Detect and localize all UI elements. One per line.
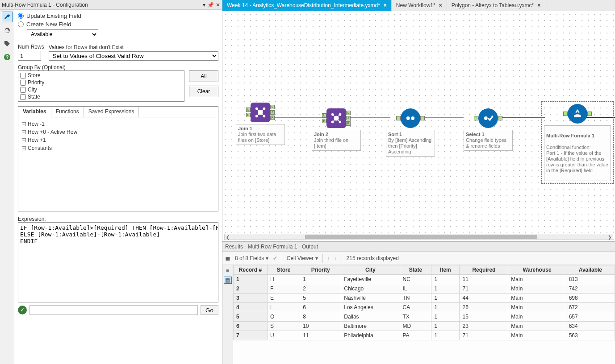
view-rows-icon[interactable]: ≡ bbox=[224, 267, 232, 274]
tool-note: Sort 1 By [Item] Ascending then [Priorit… bbox=[386, 130, 435, 157]
table-cell: Philadelphia bbox=[341, 331, 400, 340]
table-cell: 11 bbox=[460, 275, 508, 284]
document-tabs: Week 14 - Analytics_WarehouseDistributio… bbox=[222, 0, 615, 11]
table-cell: F bbox=[268, 284, 300, 294]
dropdown-icon[interactable]: ▾ bbox=[203, 2, 205, 8]
go-input[interactable] bbox=[29, 305, 198, 315]
group-by-label: Group By (Optional) bbox=[18, 64, 218, 70]
tab-saved-expressions[interactable]: Saved Expressions bbox=[84, 107, 139, 117]
table-cell: 1 bbox=[431, 284, 460, 294]
results-grid[interactable]: Record #StorePriorityCityStateItemRequir… bbox=[233, 265, 615, 364]
group-item-priority[interactable]: Priority bbox=[20, 79, 182, 86]
group-item-city[interactable]: City bbox=[20, 86, 182, 93]
table-row[interactable]: 2F2ChicagoIL171Main742 bbox=[234, 284, 615, 294]
table-cell: U bbox=[268, 331, 300, 340]
table-cell: 1 bbox=[431, 275, 460, 284]
variables-tree[interactable]: +Row -1 +Row +0 - Active Row +Row +1 +Co… bbox=[18, 117, 218, 211]
close-icon[interactable]: × bbox=[384, 2, 387, 8]
table-cell: 5 bbox=[234, 312, 268, 322]
separator bbox=[322, 254, 323, 263]
tool-note: Select 1 Change field types & rename fie… bbox=[464, 130, 513, 151]
group-item-store[interactable]: Store bbox=[20, 72, 182, 79]
group-all-button[interactable]: All bbox=[189, 70, 218, 82]
tab-variables[interactable]: Variables bbox=[18, 107, 51, 117]
doc-tab-week14[interactable]: Week 14 - Analytics_WarehouseDistributio… bbox=[222, 0, 392, 11]
wrench-icon[interactable] bbox=[2, 12, 13, 22]
doc-tab-new-workflow[interactable]: New Workflow1* × bbox=[392, 0, 447, 11]
tab-functions[interactable]: Functions bbox=[51, 107, 84, 117]
close-icon[interactable]: × bbox=[537, 2, 540, 8]
close-icon[interactable]: × bbox=[439, 2, 442, 8]
column-header[interactable]: Required bbox=[460, 265, 508, 275]
values-select[interactable]: Set to Values of Closest Valid Row bbox=[49, 51, 218, 61]
table-row[interactable]: 1H1FayettevilleNC111Main813 bbox=[234, 275, 615, 284]
workflow-canvas[interactable]: LR LJR Join 1 Join first two data files … bbox=[222, 11, 615, 241]
table-cell: 71 bbox=[460, 331, 508, 340]
table-row[interactable]: 6S10BaltimoreMD123Main634 bbox=[234, 322, 615, 331]
column-header[interactable]: Store bbox=[268, 265, 300, 275]
canvas-hscroll[interactable]: ❮ ❯ bbox=[224, 234, 613, 240]
refresh-icon[interactable] bbox=[2, 25, 13, 36]
tree-row-minus1[interactable]: +Row -1 bbox=[22, 120, 214, 128]
column-header[interactable]: Warehouse bbox=[508, 265, 566, 275]
scroll-thumb[interactable] bbox=[305, 235, 537, 239]
doc-tab-polygon[interactable]: Polygon - Alteryx to Tableau.yxmc* × bbox=[447, 0, 546, 11]
group-clear-button[interactable]: Clear bbox=[189, 86, 218, 97]
sort-up-icon[interactable]: ↑ bbox=[327, 255, 330, 261]
svg-point-22 bbox=[484, 116, 488, 120]
num-rows-input[interactable] bbox=[18, 51, 41, 61]
sort-down-icon[interactable]: ↓ bbox=[335, 255, 337, 261]
group-by-list[interactable]: Store Priority City State bbox=[18, 70, 184, 102]
field-select[interactable]: Available bbox=[27, 29, 98, 39]
table-cell: 6 bbox=[300, 303, 341, 312]
help-icon[interactable]: ? bbox=[2, 52, 13, 62]
column-header[interactable]: Record # bbox=[234, 265, 268, 275]
tool-multirow[interactable]: Multi-Row Formula 1 Conditional function… bbox=[544, 104, 611, 181]
table-cell: 2 bbox=[300, 284, 341, 294]
table-cell: O bbox=[268, 312, 300, 322]
scroll-right-icon[interactable]: ❯ bbox=[607, 234, 613, 240]
table-row[interactable]: 7U11PhiladelphiaPA171Main563 bbox=[234, 331, 615, 340]
tool-join2[interactable]: LR LJR Join 2 Join third file on [Item] bbox=[312, 108, 361, 151]
column-header[interactable]: Item bbox=[431, 265, 460, 275]
tool-join1[interactable]: LR LJR Join 1 Join first two data files … bbox=[236, 103, 285, 145]
column-header[interactable]: State bbox=[400, 265, 431, 275]
table-cell: 657 bbox=[566, 312, 615, 322]
update-field-radio[interactable]: Update Existing Field bbox=[18, 12, 218, 19]
create-field-radio[interactable]: Create New Field bbox=[18, 21, 218, 28]
expression-textarea[interactable] bbox=[18, 222, 218, 302]
svg-text:?: ? bbox=[5, 54, 8, 60]
column-header[interactable]: Priority bbox=[300, 265, 341, 275]
check-icon[interactable]: ✔ bbox=[273, 255, 277, 261]
separator bbox=[342, 254, 342, 263]
tool-sort1[interactable]: Sort 1 By [Item] Ascending then [Priorit… bbox=[386, 108, 435, 157]
scroll-left-icon[interactable]: ❮ bbox=[225, 234, 231, 240]
config-side-icons: ? bbox=[0, 10, 14, 364]
table-cell: Baltimore bbox=[341, 322, 400, 331]
table-cell: 1 bbox=[300, 275, 341, 284]
table-cell: 6 bbox=[234, 322, 268, 331]
group-item-state[interactable]: State bbox=[20, 93, 182, 100]
table-cell: S bbox=[268, 322, 300, 331]
table-row[interactable]: 4L6Los AngelesCA126Main672 bbox=[234, 303, 615, 312]
list-icon[interactable]: ≣ bbox=[225, 255, 230, 262]
table-cell: 23 bbox=[460, 322, 508, 331]
table-cell: Los Angeles bbox=[341, 303, 400, 312]
pin-icon[interactable]: 📌 bbox=[207, 2, 214, 8]
column-header[interactable]: City bbox=[341, 265, 400, 275]
tag-icon[interactable] bbox=[2, 38, 13, 49]
view-table-icon[interactable]: ▦ bbox=[224, 277, 232, 284]
table-row[interactable]: 3E5NashvilleTN144Main698 bbox=[234, 294, 615, 303]
tool-select1[interactable]: Select 1 Change field types & rename fie… bbox=[464, 108, 513, 151]
go-button[interactable]: Go bbox=[201, 305, 218, 315]
tree-row-plus1[interactable]: +Row +1 bbox=[22, 136, 214, 144]
tree-constants[interactable]: +Constants bbox=[22, 144, 214, 152]
table-row[interactable]: 5O8DallasTX115Main657 bbox=[234, 312, 615, 322]
results-view-toggle: ≡ ▦ bbox=[222, 265, 233, 364]
fields-summary[interactable]: 8 of 8 Fields ▾ bbox=[235, 255, 268, 261]
cell-viewer-dropdown[interactable]: Cell Viewer ▾ bbox=[287, 255, 318, 261]
record-count: 215 records displayed bbox=[347, 255, 399, 261]
tree-row-active[interactable]: +Row +0 - Active Row bbox=[22, 128, 214, 136]
column-header[interactable]: Available bbox=[566, 265, 615, 275]
close-icon[interactable]: ✕ bbox=[216, 2, 220, 8]
